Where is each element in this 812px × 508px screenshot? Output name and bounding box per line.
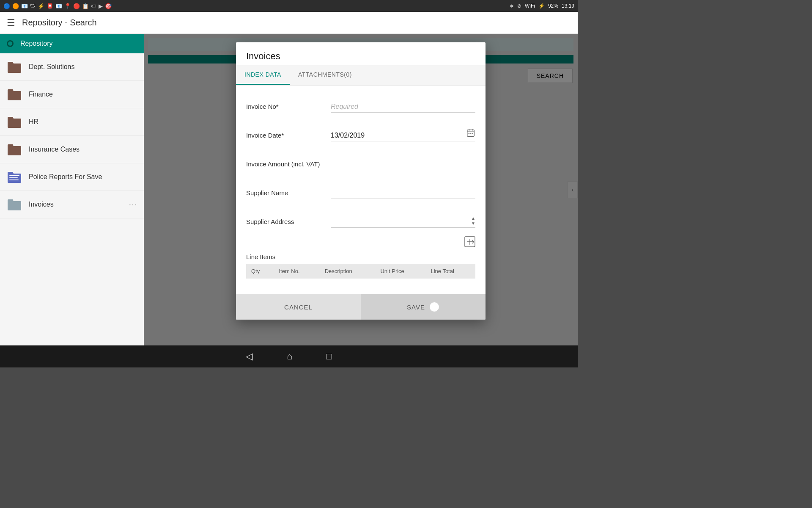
- app-header: ☰ Repository - Search: [0, 12, 578, 34]
- sidebar-item-finance[interactable]: Finance: [0, 81, 144, 108]
- content-area: Repository Dept. Solutions Finance: [0, 34, 578, 345]
- app-icon-11: 🏷: [91, 3, 96, 9]
- svg-rect-2: [9, 179, 19, 180]
- sidebar-item-label-hr: HR: [29, 118, 137, 126]
- svg-rect-1: [9, 177, 18, 178]
- dialog-body: Invoice No* Invoice Date*: [236, 86, 486, 294]
- sidebar-item-label-insurance: Insurance Cases: [29, 146, 137, 153]
- sidebar-item-insurance[interactable]: Insurance Cases: [0, 136, 144, 163]
- bluetooth-icon: ∗: [510, 3, 514, 9]
- supplier-address-input[interactable]: [331, 216, 475, 228]
- add-row-button[interactable]: [464, 236, 475, 250]
- folder-icon-hr: [7, 114, 22, 130]
- line-items-header-row: Qty Item No. Description Unit Price Line…: [246, 264, 475, 279]
- invoice-date-label: Invoice Date*: [246, 132, 331, 141]
- invoice-amount-field: [331, 159, 475, 170]
- dialog-header: Invoices: [236, 42, 486, 62]
- dialog: Invoices INDEX DATA ATTACHMENTS(0) Invoi…: [236, 42, 486, 320]
- dialog-actions: CANCEL SAVE: [236, 294, 486, 320]
- app-icon-4: 🛡: [30, 3, 36, 9]
- sidebar-item-police-reports[interactable]: Police Reports For Save: [0, 163, 144, 191]
- supplier-name-field: [331, 188, 475, 199]
- folder-icon-invoices: [7, 197, 22, 212]
- wifi-icon: WiFi: [525, 3, 535, 9]
- battery-level: 92%: [548, 3, 558, 9]
- invoice-date-field: [331, 130, 475, 141]
- supplier-name-input[interactable]: [331, 188, 475, 199]
- app-icon-10: 📋: [82, 3, 89, 9]
- invoice-amount-label: Invoice Amount (incl. VAT): [246, 160, 331, 170]
- cancel-button[interactable]: CANCEL: [236, 294, 361, 320]
- save-button[interactable]: SAVE: [361, 294, 486, 320]
- sidebar: Repository Dept. Solutions Finance: [0, 34, 144, 345]
- nav-bar: ◁ ⌂ □: [0, 345, 578, 367]
- supplier-name-label: Supplier Name: [246, 189, 331, 199]
- col-unit-price: Unit Price: [375, 264, 425, 279]
- hamburger-icon[interactable]: ☰: [7, 17, 15, 28]
- dialog-tabs: INDEX DATA ATTACHMENTS(0): [236, 65, 486, 86]
- nav-home-button[interactable]: ⌂: [287, 351, 292, 362]
- invoice-date-input[interactable]: [331, 130, 475, 141]
- active-dot: [7, 40, 14, 47]
- sidebar-item-hr[interactable]: HR: [0, 108, 144, 136]
- app-icon-9: 🔴: [73, 3, 80, 9]
- app-container: ☰ Repository - Search Repository Dept. S…: [0, 12, 578, 345]
- clock: 13:19: [562, 3, 574, 9]
- dialog-title: Invoices: [246, 51, 475, 62]
- form-row-invoice-date: Invoice Date*: [246, 121, 475, 141]
- app-icon-6: 📮: [47, 3, 53, 9]
- status-bar-right: ∗ ⊘ WiFi ⚡ 92% 13:19: [510, 3, 574, 9]
- supplier-address-label: Supplier Address: [246, 218, 331, 228]
- top-icons: 🔵 🟠 📧 🛡 ⚡ 📮 📧 📍 🔴 📋 🏷 ▶ 🎯: [3, 3, 112, 9]
- app-icon-12: ▶: [99, 3, 103, 9]
- status-bar: 🔵 🟠 📧 🛡 ⚡ 📮 📧 📍 🔴 📋 🏷 ▶ 🎯 ∗ ⊘ WiFi ⚡ 92%…: [0, 0, 578, 12]
- main-panel: SEARCH ‹ Invoices INDEX DATA ATTACHMENTS…: [144, 34, 578, 345]
- tab-index-data[interactable]: INDEX DATA: [236, 65, 290, 85]
- sidebar-item-label-invoices: Invoices: [29, 201, 129, 208]
- battery-icon: ⚡: [538, 3, 545, 9]
- invoices-menu-icon[interactable]: ⋯: [129, 199, 137, 210]
- app-icon-8: 📍: [64, 3, 71, 9]
- app-icon-2: 🟠: [12, 3, 19, 9]
- save-label: SAVE: [407, 304, 425, 311]
- svg-rect-0: [9, 175, 19, 176]
- folder-icon-police: [7, 169, 22, 185]
- form-row-invoice-no: Invoice No*: [246, 92, 475, 113]
- col-item-no: Item No.: [274, 264, 319, 279]
- invoice-no-input[interactable]: [331, 101, 475, 113]
- expand-icon-button[interactable]: ▲ ▼: [471, 216, 475, 226]
- status-bar-left: 🔵 🟠 📧 🛡 ⚡ 📮 📧 📍 🔴 📋 🏷 ▶ 🎯: [3, 3, 112, 9]
- invoice-no-label: Invoice No*: [246, 103, 331, 113]
- svg-rect-8: [470, 133, 472, 134]
- nav-recent-button[interactable]: □: [326, 351, 332, 362]
- calendar-icon-button[interactable]: [466, 128, 475, 140]
- form-row-supplier-name: Supplier Name: [246, 179, 475, 199]
- col-line-total: Line Total: [425, 264, 475, 279]
- col-description: Description: [320, 264, 376, 279]
- line-items-section: Line Items Qty Item No. Description Unit…: [246, 253, 475, 279]
- app-icon-3: 📧: [21, 3, 28, 9]
- supplier-address-field: ▲ ▼: [331, 216, 475, 228]
- app-icon-1: 🔵: [3, 3, 10, 9]
- sidebar-item-invoices[interactable]: Invoices ⋯: [0, 191, 144, 218]
- tab-attachments[interactable]: ATTACHMENTS(0): [290, 65, 360, 85]
- line-items-header: Line Items: [246, 253, 475, 260]
- col-qty: Qty: [246, 264, 274, 279]
- sidebar-item-label-police: Police Reports For Save: [29, 173, 137, 181]
- sidebar-item-label-repository: Repository: [20, 40, 137, 47]
- sidebar-item-dept-solutions[interactable]: Dept. Solutions: [0, 53, 144, 81]
- line-items-label: Line Items: [246, 253, 275, 260]
- invoice-amount-input[interactable]: [331, 159, 475, 170]
- line-items-table: Qty Item No. Description Unit Price Line…: [246, 264, 475, 279]
- svg-rect-7: [469, 133, 470, 134]
- svg-rect-9: [472, 133, 473, 134]
- overlay: Invoices INDEX DATA ATTACHMENTS(0) Invoi…: [144, 34, 578, 345]
- sidebar-item-repository[interactable]: Repository: [0, 34, 144, 53]
- app-title: Repository - Search: [22, 18, 97, 28]
- app-icon-13: 🎯: [105, 3, 112, 9]
- folder-icon-finance: [7, 87, 22, 102]
- nav-back-button[interactable]: ◁: [246, 351, 253, 362]
- form-row-invoice-amount: Invoice Amount (incl. VAT): [246, 150, 475, 170]
- sidebar-item-label-dept: Dept. Solutions: [29, 63, 137, 71]
- form-row-supplier-address: Supplier Address ▲ ▼: [246, 207, 475, 228]
